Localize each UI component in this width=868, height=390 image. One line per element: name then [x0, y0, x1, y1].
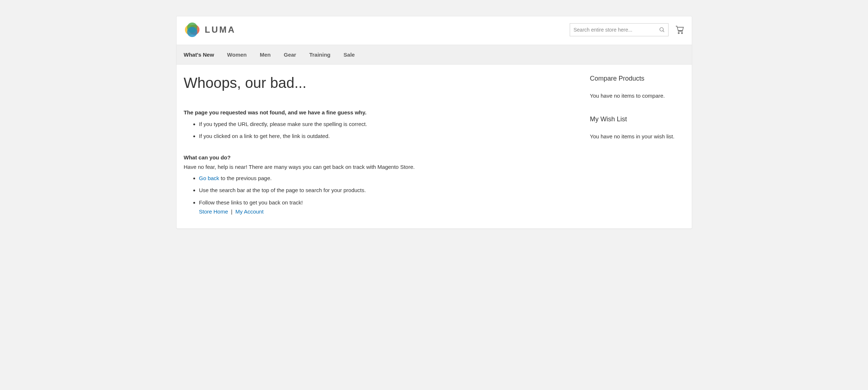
- reason-item: If you typed the URL directly, please ma…: [199, 118, 576, 130]
- brand-name: LUMA: [205, 25, 236, 35]
- nav-training[interactable]: Training: [309, 45, 330, 64]
- nav-gear[interactable]: Gear: [284, 45, 296, 64]
- store-home-link[interactable]: Store Home: [199, 208, 228, 215]
- reason-item: If you clicked on a link to get here, th…: [199, 130, 576, 142]
- svg-point-8: [681, 32, 682, 33]
- help-item-search: Use the search bar at the top of the pag…: [199, 184, 576, 196]
- svg-line-5: [663, 31, 664, 32]
- my-account-link[interactable]: My Account: [235, 208, 264, 215]
- not-found-heading: The page you requested was not found, an…: [184, 109, 367, 115]
- search-icon[interactable]: [659, 27, 665, 33]
- main: Whoops, our bad... The page you requeste…: [177, 65, 692, 228]
- svg-point-7: [678, 32, 679, 33]
- wishlist-title: My Wish List: [590, 115, 685, 123]
- help-item-follow: Follow these links to get you back on tr…: [199, 196, 576, 218]
- help-item-go-back: Go back to the previous page.: [199, 172, 576, 184]
- header: LUMA: [177, 16, 692, 45]
- nav-women[interactable]: Women: [227, 45, 247, 64]
- go-back-rest: to the previous page.: [219, 175, 271, 181]
- main-nav: What's New Women Men Gear Training Sale: [177, 45, 692, 65]
- page-title: Whoops, our bad...: [184, 75, 576, 91]
- go-back-link[interactable]: Go back: [199, 175, 219, 181]
- compare-block: Compare Products You have no items to co…: [590, 75, 685, 99]
- sidebar: Compare Products You have no items to co…: [590, 75, 685, 218]
- svg-point-4: [660, 28, 663, 31]
- link-separator: |: [230, 208, 234, 215]
- reasons-list: If you typed the URL directly, please ma…: [184, 118, 576, 142]
- content: Whoops, our bad... The page you requeste…: [184, 75, 576, 218]
- svg-point-3: [187, 27, 197, 37]
- compare-empty: You have no items to compare.: [590, 93, 685, 99]
- help-list: Go back to the previous page. Use the se…: [184, 172, 576, 218]
- compare-title: Compare Products: [590, 75, 685, 82]
- luma-logo-icon: [184, 21, 201, 38]
- follow-links-text: Follow these links to get you back on tr…: [199, 199, 303, 206]
- search-box: [570, 23, 669, 36]
- store-logo[interactable]: LUMA: [184, 21, 236, 38]
- page-wrapper: LUMA What's New Women Men Gear Training …: [176, 16, 692, 229]
- cart-icon[interactable]: [675, 25, 685, 34]
- wishlist-empty: You have no items in your wish list.: [590, 133, 685, 139]
- help-intro: Have no fear, help is near! There are ma…: [184, 162, 576, 172]
- nav-men[interactable]: Men: [260, 45, 271, 64]
- wishlist-block: My Wish List You have no items in your w…: [590, 115, 685, 139]
- search-input[interactable]: [574, 27, 659, 33]
- nav-sale[interactable]: Sale: [344, 45, 355, 64]
- nav-whats-new[interactable]: What's New: [184, 45, 214, 64]
- help-heading: What can you do?: [184, 154, 231, 161]
